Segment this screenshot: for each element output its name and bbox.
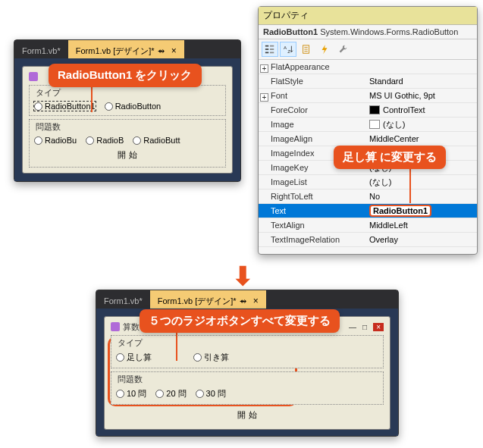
properties-object-line[interactable]: RadioButton1 System.Windows.Forms.RadioB…	[259, 25, 477, 39]
categorized-icon[interactable]	[262, 42, 278, 57]
radio-sub[interactable]: 引き算	[193, 352, 229, 363]
radio-icon	[34, 136, 42, 145]
groupbox-type-label: タイプ	[34, 87, 62, 99]
prop-name: +FlatAppearance	[259, 62, 366, 71]
prop-row-flatappearance[interactable]: +FlatAppearance	[259, 60, 477, 74]
prop-value[interactable]: Standard	[366, 77, 477, 86]
count-radio-row-after: 10 問 20 問 30 問	[116, 388, 378, 399]
prop-name-text: TextImageRelation	[271, 235, 340, 244]
prop-value-text: (なし)	[369, 177, 391, 188]
prop-value-text: RadioButton1	[369, 205, 431, 217]
close-icon[interactable]: ×	[171, 45, 177, 56]
prop-row-imagelist[interactable]: ImageList(なし)	[259, 175, 477, 190]
prop-value-text: ControlText	[383, 105, 425, 114]
start-button[interactable]: 開 始	[34, 148, 221, 162]
properties-page-icon[interactable]	[298, 42, 315, 57]
properties-toolbar: AZ	[259, 39, 477, 60]
radio-icon	[105, 102, 113, 111]
radiobutton4[interactable]: RadioB	[86, 136, 124, 145]
pin-icon[interactable]: ⇴	[240, 296, 247, 306]
radiobutton5-label: RadioButt	[143, 136, 180, 145]
expander-icon[interactable]: +	[260, 93, 268, 102]
form-icon	[111, 322, 120, 331]
prop-name-text: ImageList	[271, 177, 307, 186]
svg-text:A: A	[284, 45, 287, 50]
prop-value[interactable]: (なし)	[366, 119, 477, 130]
form-window-after: 算数ドリル ― □ × タイプ 足し算 引き算 問題数	[104, 316, 390, 430]
prop-value-text: MiddleCenter	[369, 134, 419, 143]
tab-code-after-label: Form1.vb*	[104, 296, 143, 305]
radio-20-label: 20 問	[166, 388, 186, 399]
properties-object-name: RadioButton1	[263, 27, 318, 36]
prop-value[interactable]: RadioButton1	[366, 205, 477, 217]
tab-design-after-label: Form1.vb [デザイン]*	[158, 296, 237, 307]
flow-arrow-icon: ⬇	[232, 261, 253, 291]
radio-20[interactable]: 20 問	[155, 388, 186, 399]
tab-code[interactable]: Form1.vb*	[14, 40, 68, 58]
prop-value[interactable]: MiddleCenter	[366, 134, 477, 143]
prop-row-text[interactable]: TextRadioButton1	[259, 204, 477, 218]
prop-row-righttoleft[interactable]: RightToLeftNo	[259, 190, 477, 204]
pin-icon[interactable]: ⇴	[158, 46, 165, 56]
start-label: 開 始	[118, 150, 136, 159]
prop-value[interactable]: MiddleLeft	[366, 221, 477, 230]
prop-row-forecolor[interactable]: ForeColorControlText	[259, 103, 477, 117]
prop-name: ForeColor	[259, 105, 366, 114]
prop-row-textimagerelation[interactable]: TextImageRelationOverlay	[259, 233, 477, 247]
radio-30[interactable]: 30 問	[196, 388, 226, 399]
alphabetical-icon[interactable]: AZ	[280, 42, 296, 57]
close-window-icon[interactable]: ×	[373, 323, 384, 331]
tab-design[interactable]: Form1.vb [デザイン]* ⇴ ×	[68, 40, 184, 58]
radiobutton2[interactable]: RadioButton	[105, 102, 162, 111]
prop-row-image[interactable]: Image(なし)	[259, 117, 477, 132]
callout-change-text: 足し算 に変更する	[334, 146, 446, 169]
prop-row-imagealign[interactable]: ImageAlignMiddleCenter	[259, 132, 477, 146]
prop-row-flatstyle[interactable]: FlatStyleStandard	[259, 74, 477, 89]
prop-value[interactable]: ControlText	[366, 105, 477, 114]
groupbox-count-after: 問題数 10 問 20 問 30 問	[111, 371, 384, 405]
radiobutton1[interactable]: RadioButton1	[34, 102, 96, 111]
prop-name-text: FlatAppearance	[271, 62, 330, 71]
prop-value[interactable]: Overlay	[366, 235, 477, 244]
prop-name: RightToLeft	[259, 192, 366, 201]
radiobutton3[interactable]: RadioBu	[34, 136, 77, 145]
radiobutton4-label: RadioB	[96, 136, 124, 145]
prop-value-text: MS UI Gothic, 9pt	[369, 91, 435, 100]
type-radio-row: RadioButton1 RadioButton	[34, 102, 221, 111]
prop-name: Image	[259, 120, 366, 129]
close-icon[interactable]: ×	[253, 296, 259, 306]
properties-object-type: System.Windows.Forms.RadioButton	[320, 27, 458, 36]
events-icon[interactable]	[316, 42, 333, 57]
prop-name-text: Font	[271, 91, 287, 100]
prop-row-textalign[interactable]: TextAlignMiddleLeft	[259, 218, 477, 233]
prop-value-text: (なし)	[383, 119, 405, 130]
svg-rect-2	[265, 52, 268, 54]
prop-value[interactable]: No	[366, 192, 477, 201]
prop-row-font[interactable]: +FontMS UI Gothic, 9pt	[259, 89, 477, 103]
expander-icon[interactable]: +	[260, 64, 268, 73]
prop-value[interactable]: (なし)	[366, 177, 477, 188]
svg-rect-3	[270, 45, 274, 47]
radiobutton5[interactable]: RadioButt	[133, 136, 180, 145]
radio-icon	[196, 390, 204, 398]
start-button-after[interactable]: 開 始	[111, 408, 384, 422]
radio-icon	[116, 353, 124, 362]
maximize-icon[interactable]: □	[362, 323, 367, 331]
prop-name-text: TextAlign	[271, 221, 305, 230]
prop-name: ImageAlign	[259, 134, 366, 143]
groupbox-count: 問題数 RadioBu RadioB RadioButt 開 始	[29, 119, 226, 168]
svg-rect-5	[270, 52, 274, 54]
svg-rect-0	[265, 45, 268, 47]
prop-name: TextAlign	[259, 221, 366, 230]
wrench-icon[interactable]	[334, 42, 351, 57]
tab-strip-after: Form1.vb* Form1.vb [デザイン]* ⇴ ×	[96, 290, 398, 309]
radio-add[interactable]: 足し算	[116, 352, 184, 363]
minimize-icon[interactable]: ―	[349, 323, 356, 331]
radio-icon	[155, 390, 164, 398]
tab-code-after[interactable]: Form1.vb*	[96, 290, 150, 309]
radio-10[interactable]: 10 問	[116, 388, 146, 399]
designer-panel-before: Form1.vb* Form1.vb [デザイン]* ⇴ × タイプ Radio…	[14, 39, 241, 182]
color-swatch-icon	[369, 120, 380, 129]
prop-value[interactable]: MS UI Gothic, 9pt	[366, 91, 477, 100]
tab-design-after[interactable]: Form1.vb [デザイン]* ⇴ ×	[150, 290, 266, 309]
